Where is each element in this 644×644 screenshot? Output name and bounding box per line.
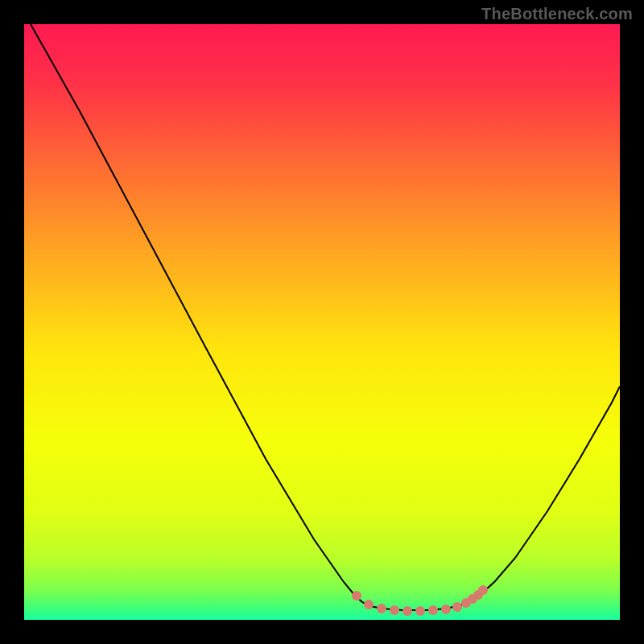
optimal-point xyxy=(428,605,438,615)
optimal-point xyxy=(478,585,488,595)
watermark-text: TheBottleneck.com xyxy=(481,5,633,23)
optimal-point xyxy=(377,604,386,613)
optimal-point xyxy=(452,602,462,612)
plot-background xyxy=(24,24,620,620)
optimal-point xyxy=(364,600,374,609)
optimal-point xyxy=(415,606,425,616)
optimal-point xyxy=(402,606,412,616)
optimal-point xyxy=(441,605,451,614)
bottleneck-chart xyxy=(0,0,644,644)
optimal-point xyxy=(390,605,399,615)
chart-container: TheBottleneck.com xyxy=(0,0,644,644)
optimal-point xyxy=(352,591,361,601)
